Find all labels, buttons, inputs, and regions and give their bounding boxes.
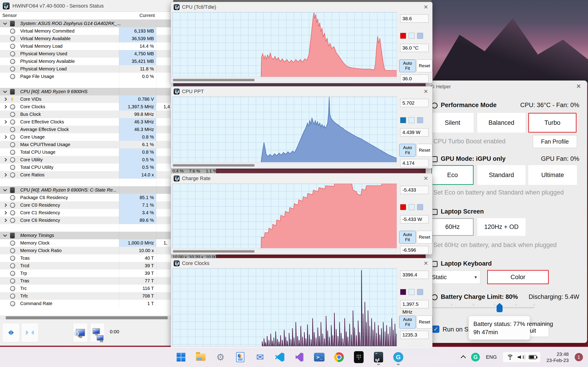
gpu-eco-button[interactable]: Eco [431,165,474,185]
background-color-swatch[interactable] [409,204,415,210]
sensor-row[interactable]: Core C0 Residency7.1 % [0,201,173,209]
sensor-row[interactable]: Average Effective Clock46.3 MHz [0,126,173,133]
gpu-ultimate-button[interactable]: Ultimate [528,165,577,185]
sensor-row[interactable]: Core Usage0.8 % [0,133,173,141]
screen-60hz-button[interactable]: 60Hz [431,218,474,236]
explorer-taskbar-icon[interactable] [195,351,207,363]
reset-button[interactable]: Reset [417,59,432,72]
hwinfo-taskbar-icon[interactable] [372,351,384,363]
keyboard-mode-dropdown[interactable]: Static ▾ [427,270,480,284]
column-header-sensor[interactable]: Sensor [2,13,17,18]
series-color-swatch[interactable] [400,204,406,210]
close-icon[interactable]: ✕ [576,83,581,90]
perf-turbo-button[interactable]: Turbo [528,113,577,133]
sensor-row[interactable]: Virtual Memory Available36,539 MB [0,35,173,42]
language-indicator[interactable]: ENG [486,354,497,360]
sensor-row[interactable]: Trc116 T [0,285,173,292]
clock[interactable]: 23:48 23-Feb-23 [546,351,569,363]
fan-profile-button[interactable]: Fan Profile [533,135,577,148]
remote-monitoring-button[interactable] [90,323,105,342]
sensor-row[interactable]: Max CPU/Thread Usage6.1 % [0,141,173,148]
gpu-standard-button[interactable]: Standard [477,165,526,185]
grammarly-tray-icon[interactable]: G [471,353,480,361]
vscode-taskbar-icon[interactable] [274,351,286,363]
chrome-taskbar-icon[interactable] [333,351,345,363]
sensor-row[interactable]: Core C6 Residency89.6 % [0,217,173,224]
quick-settings[interactable] [503,352,540,362]
reset-button[interactable]: Reset [417,316,432,328]
collapse-columns-button[interactable] [21,323,39,342]
sensor-row[interactable]: Virtual Memory Committed6,193 MB [0,27,173,35]
perf-balanced-button[interactable]: Balanced [477,113,526,133]
grid-color-swatch[interactable] [417,117,423,123]
chevron-right-icon[interactable] [3,98,7,101]
close-icon[interactable]: ✕ [424,260,428,267]
tray-chevron-up-icon[interactable] [461,355,466,361]
grid-color-swatch[interactable] [417,33,423,39]
sensor-row[interactable]: Tras77 T [0,277,173,285]
sensor-row[interactable]: Command Rate1 T [0,300,173,307]
reset-button[interactable]: Reset [417,231,432,244]
close-icon[interactable]: ✕ [424,88,428,95]
sensor-row[interactable]: Core Utility0.5 % [0,156,173,164]
column-header-current[interactable]: Current [119,13,155,18]
graph-titlebar[interactable]: CPU (Tctl/Tdie) ✕ [171,2,432,12]
sensor-row[interactable]: Trcd39 T [0,262,173,269]
series-color-swatch[interactable] [400,117,406,123]
series-color-swatch[interactable] [400,289,406,295]
keyboard-color-button[interactable]: Color [487,270,549,284]
sensor-row[interactable]: Trfc708 T [0,292,173,300]
grid-color-swatch[interactable] [417,204,423,210]
powershell-taskbar-icon[interactable]: ≻_ [313,351,325,363]
chevron-down-icon[interactable] [3,233,7,237]
chevron-right-icon[interactable] [3,120,7,124]
sensor-row[interactable]: Core Effective Clocks46.3 MHz [0,118,173,126]
background-color-swatch[interactable] [409,33,415,39]
sensor-group-row[interactable]: CPU [#0]: AMD Ryzen 9 6900HS [0,88,173,95]
graph-titlebar[interactable]: Core Clocks ✕ [171,258,432,268]
sensor-group-row[interactable]: Memory Timings [0,232,173,239]
mail-taskbar-icon[interactable]: ✉ [254,351,266,363]
notification-badge[interactable]: 1 [575,353,583,361]
sensor-row[interactable]: Core C1 Residency3.4 % [0,209,173,217]
reset-button[interactable]: Reset [417,144,432,157]
sensor-group-row[interactable]: System: ASUS ROG Zephyrus G14 GA402RK_..… [0,20,173,27]
background-color-swatch[interactable] [409,117,415,123]
chevron-right-icon[interactable] [3,173,7,177]
chevron-right-icon[interactable] [3,211,7,215]
battery-limit-slider[interactable] [431,307,535,308]
chevron-right-icon[interactable] [3,135,7,139]
expand-columns-button[interactable] [2,323,20,342]
system-info-taskbar-icon[interactable] [234,351,246,363]
auto-fit-button[interactable]: Auto Fit [399,59,416,72]
perf-silent-button[interactable]: Silent [431,113,474,133]
chevron-down-icon[interactable] [3,21,7,25]
chevron-right-icon[interactable] [3,105,7,109]
run-on-startup-checkbox[interactable]: ✓ [432,325,439,333]
background-color-swatch[interactable] [409,289,415,295]
settings-taskbar-icon[interactable]: ⚙ [215,351,226,363]
sensor-row[interactable]: Bus Clock99.8 MHz [0,110,173,118]
sensor-row[interactable]: Total CPU Utility0.5 % [0,164,173,171]
graph-scrollbar[interactable] [172,78,397,82]
grid-color-swatch[interactable] [417,289,423,295]
monitor-search-button[interactable] [73,323,88,342]
close-icon[interactable]: ✕ [424,4,428,10]
chevron-right-icon[interactable] [3,158,7,162]
screen-120hz-button[interactable]: 120Hz + OD [477,218,526,236]
sensor-row[interactable]: Package C6 Residency85.1 % [0,194,173,201]
series-color-swatch[interactable] [400,33,406,39]
sensor-row[interactable]: Trp39 T [0,269,173,277]
close-icon[interactable]: ✕ [424,175,428,182]
sensor-row[interactable]: Physical Memory Available35,421 MB [0,58,173,65]
chevron-down-icon[interactable] [3,188,7,192]
chevron-right-icon[interactable] [3,203,7,207]
sensor-row[interactable]: Core Clocks1,397.5 MHz1,4 [0,103,173,110]
black-app-taskbar-icon[interactable] [353,351,365,363]
start-taskbar-icon[interactable] [175,351,187,363]
g-helper-taskbar-icon[interactable]: G [392,351,404,363]
hwinfo-horizontal-scrollbar[interactable] [0,316,173,320]
sensor-row[interactable]: Core Ratios14.0 x [0,171,173,179]
graph-titlebar[interactable]: Charge Rate ✕ [171,173,432,184]
sensor-row[interactable]: Physical Memory Load11.8 % [0,65,173,73]
